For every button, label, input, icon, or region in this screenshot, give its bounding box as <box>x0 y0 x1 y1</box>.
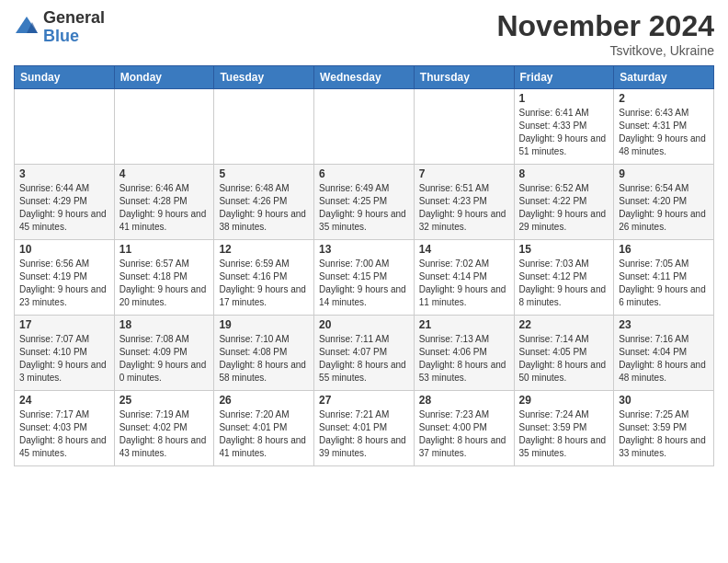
day-number: 9 <box>619 167 709 180</box>
header-monday: Monday <box>114 66 214 89</box>
day-number: 5 <box>219 167 309 180</box>
sunrise-text: Sunrise: 7:00 AM <box>319 259 389 269</box>
daylight-text: Daylight: 9 hours and 51 minutes. <box>519 133 607 156</box>
table-cell: 19 Sunrise: 7:10 AM Sunset: 4:08 PM Dayl… <box>214 316 314 391</box>
logo-icon <box>14 15 40 40</box>
daylight-text: Daylight: 9 hours and 29 minutes. <box>519 209 607 232</box>
table-cell: 3 Sunrise: 6:44 AM Sunset: 4:29 PM Dayli… <box>15 165 115 240</box>
sunset-text: Sunset: 4:22 PM <box>519 196 587 206</box>
sunrise-text: Sunrise: 6:49 AM <box>319 183 389 193</box>
table-cell: 23 Sunrise: 7:16 AM Sunset: 4:04 PM Dayl… <box>614 316 714 391</box>
table-cell: 13 Sunrise: 7:00 AM Sunset: 4:15 PM Dayl… <box>314 240 415 316</box>
day-number: 7 <box>419 167 509 180</box>
daylight-text: Daylight: 8 hours and 35 minutes. <box>519 435 607 458</box>
table-cell: 6 Sunrise: 6:49 AM Sunset: 4:25 PM Dayli… <box>314 165 415 240</box>
sunset-text: Sunset: 4:01 PM <box>219 422 287 432</box>
sunset-text: Sunset: 4:08 PM <box>219 347 287 357</box>
sunrise-text: Sunrise: 7:23 AM <box>419 409 489 419</box>
day-number: 20 <box>319 318 409 331</box>
sunset-text: Sunset: 4:23 PM <box>419 196 487 206</box>
week-row-1: 1 Sunrise: 6:41 AM Sunset: 4:33 PM Dayli… <box>15 89 714 165</box>
daylight-text: Daylight: 8 hours and 41 minutes. <box>219 435 306 458</box>
day-info: Sunrise: 6:51 AM Sunset: 4:23 PM Dayligh… <box>419 182 509 234</box>
daylight-text: Daylight: 9 hours and 32 minutes. <box>419 209 506 232</box>
day-info: Sunrise: 7:00 AM Sunset: 4:15 PM Dayligh… <box>319 258 409 309</box>
day-number: 4 <box>119 167 210 180</box>
day-info: Sunrise: 7:16 AM Sunset: 4:04 PM Dayligh… <box>619 333 709 385</box>
day-number: 2 <box>619 92 709 105</box>
sunrise-text: Sunrise: 7:20 AM <box>219 409 289 419</box>
week-row-4: 17 Sunrise: 7:07 AM Sunset: 4:10 PM Dayl… <box>15 316 714 391</box>
table-cell: 24 Sunrise: 7:17 AM Sunset: 4:03 PM Dayl… <box>15 391 115 466</box>
logo-blue-label: Blue <box>43 28 105 46</box>
day-number: 21 <box>419 318 509 331</box>
day-number: 24 <box>19 394 109 407</box>
sunrise-text: Sunrise: 6:41 AM <box>519 108 589 118</box>
day-number: 3 <box>19 167 109 180</box>
daylight-text: Daylight: 8 hours and 58 minutes. <box>219 360 306 383</box>
day-number: 1 <box>519 92 609 105</box>
day-info: Sunrise: 7:07 AM Sunset: 4:10 PM Dayligh… <box>19 333 109 385</box>
sunrise-text: Sunrise: 6:46 AM <box>119 183 189 193</box>
table-cell: 26 Sunrise: 7:20 AM Sunset: 4:01 PM Dayl… <box>214 391 314 466</box>
sunset-text: Sunset: 4:02 PM <box>119 422 188 432</box>
day-info: Sunrise: 6:46 AM Sunset: 4:28 PM Dayligh… <box>119 182 210 234</box>
day-info: Sunrise: 6:41 AM Sunset: 4:33 PM Dayligh… <box>519 107 609 158</box>
table-cell: 16 Sunrise: 7:05 AM Sunset: 4:11 PM Dayl… <box>614 240 714 316</box>
day-info: Sunrise: 7:13 AM Sunset: 4:06 PM Dayligh… <box>419 333 509 385</box>
day-number: 10 <box>19 243 109 256</box>
sunrise-text: Sunrise: 6:51 AM <box>419 183 489 193</box>
day-info: Sunrise: 7:10 AM Sunset: 4:08 PM Dayligh… <box>219 333 309 385</box>
day-number: 12 <box>219 243 309 256</box>
sunset-text: Sunset: 4:16 PM <box>219 271 287 282</box>
day-number: 13 <box>319 243 409 256</box>
day-info: Sunrise: 6:49 AM Sunset: 4:25 PM Dayligh… <box>319 182 409 234</box>
table-cell: 25 Sunrise: 7:19 AM Sunset: 4:02 PM Dayl… <box>114 391 214 466</box>
header-sunday: Sunday <box>15 66 115 89</box>
table-cell: 9 Sunrise: 6:54 AM Sunset: 4:20 PM Dayli… <box>614 165 714 240</box>
day-number: 23 <box>619 318 709 331</box>
sunrise-text: Sunrise: 6:43 AM <box>619 108 688 118</box>
sunrise-text: Sunrise: 7:07 AM <box>19 334 89 344</box>
day-number: 27 <box>319 394 409 407</box>
daylight-text: Daylight: 9 hours and 8 minutes. <box>519 284 607 307</box>
daylight-text: Daylight: 9 hours and 11 minutes. <box>419 284 506 307</box>
logo-general-label: General <box>43 9 105 28</box>
sunrise-text: Sunrise: 6:44 AM <box>19 183 89 193</box>
day-info: Sunrise: 6:54 AM Sunset: 4:20 PM Dayligh… <box>619 182 709 234</box>
table-cell <box>114 89 214 165</box>
daylight-text: Daylight: 9 hours and 0 minutes. <box>119 360 207 383</box>
sunset-text: Sunset: 4:01 PM <box>319 422 387 432</box>
daylight-text: Daylight: 9 hours and 38 minutes. <box>219 209 306 232</box>
week-row-3: 10 Sunrise: 6:56 AM Sunset: 4:19 PM Dayl… <box>15 240 714 316</box>
header-wednesday: Wednesday <box>314 66 415 89</box>
sunset-text: Sunset: 4:15 PM <box>319 271 387 282</box>
daylight-text: Daylight: 9 hours and 23 minutes. <box>19 284 107 307</box>
week-row-5: 24 Sunrise: 7:17 AM Sunset: 4:03 PM Dayl… <box>15 391 714 466</box>
day-number: 30 <box>619 394 709 407</box>
sunset-text: Sunset: 4:05 PM <box>519 347 587 357</box>
sunrise-text: Sunrise: 7:13 AM <box>419 334 489 344</box>
logo-text: General Blue <box>43 9 105 46</box>
day-number: 26 <box>219 394 309 407</box>
sunrise-text: Sunrise: 7:21 AM <box>319 409 389 419</box>
table-cell: 1 Sunrise: 6:41 AM Sunset: 4:33 PM Dayli… <box>514 89 614 165</box>
table-cell: 7 Sunrise: 6:51 AM Sunset: 4:23 PM Dayli… <box>414 165 514 240</box>
sunset-text: Sunset: 4:26 PM <box>219 196 287 206</box>
header-thursday: Thursday <box>414 66 514 89</box>
table-cell: 29 Sunrise: 7:24 AM Sunset: 3:59 PM Dayl… <box>514 391 614 466</box>
header: General Blue November 2024 Tsvitkove, Uk… <box>14 9 714 58</box>
sunset-text: Sunset: 4:18 PM <box>119 271 188 282</box>
table-cell: 10 Sunrise: 6:56 AM Sunset: 4:19 PM Dayl… <box>15 240 115 316</box>
table-cell: 5 Sunrise: 6:48 AM Sunset: 4:26 PM Dayli… <box>214 165 314 240</box>
daylight-text: Daylight: 8 hours and 33 minutes. <box>619 435 706 458</box>
sunrise-text: Sunrise: 7:17 AM <box>19 409 89 419</box>
sunrise-text: Sunrise: 6:56 AM <box>19 259 89 269</box>
sunrise-text: Sunrise: 7:19 AM <box>119 409 189 419</box>
day-info: Sunrise: 6:56 AM Sunset: 4:19 PM Dayligh… <box>19 258 109 309</box>
sunset-text: Sunset: 4:03 PM <box>19 422 87 432</box>
day-info: Sunrise: 7:24 AM Sunset: 3:59 PM Dayligh… <box>519 408 609 460</box>
daylight-text: Daylight: 9 hours and 35 minutes. <box>319 209 406 232</box>
day-info: Sunrise: 6:52 AM Sunset: 4:22 PM Dayligh… <box>519 182 609 234</box>
sunrise-text: Sunrise: 6:59 AM <box>219 259 289 269</box>
